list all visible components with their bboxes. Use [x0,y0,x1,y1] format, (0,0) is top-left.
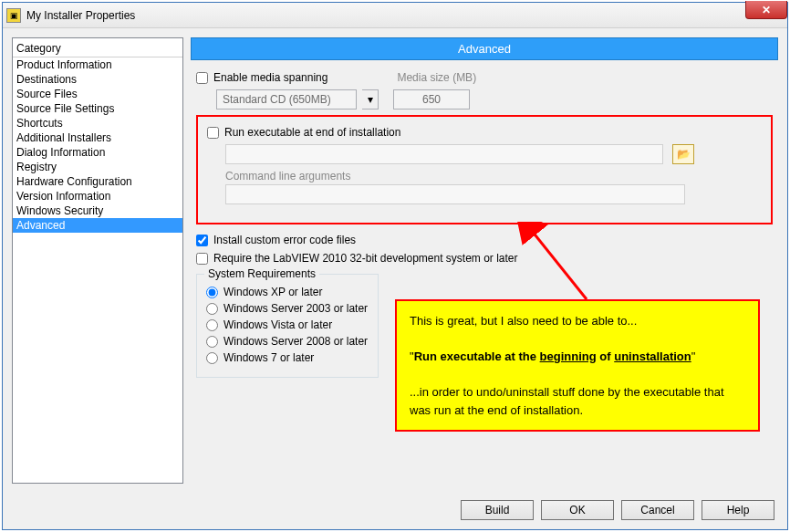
sysreq-label-xp: Windows XP or later [223,286,323,298]
dialog-buttons: Build OK Cancel Help [461,500,774,520]
sysreq-radio-vista[interactable] [206,319,218,331]
run-executable-checkbox[interactable] [207,127,219,139]
sysreq-label-win7: Windows 7 or later [223,351,314,364]
command-line-args-input[interactable] [225,184,685,204]
annotation-quote-a: Run executable at the [414,349,540,363]
sidebar-item-additional-installers[interactable]: Additional Installers [13,130,182,145]
sysreq-label-server2003: Windows Server 2003 or later [223,302,368,315]
chevron-down-icon: ▾ [368,93,373,106]
app-icon: ▣ [6,8,21,23]
annotation-callout: This is great, but I also need to be abl… [395,299,760,432]
system-requirements-fieldset: System Requirements Windows XP or later … [196,274,379,378]
sidebar-item-product-information[interactable]: Product Information [13,57,182,72]
annotation-quote-d: uninstallation [614,349,691,363]
require-labview-checkbox[interactable] [196,253,208,265]
install-error-codes-label: Install custom error code files [213,234,356,246]
run-executable-label: Run executable at end of installation [224,126,400,139]
sysreq-label-vista: Windows Vista or later [223,318,332,331]
media-size-input[interactable] [393,89,470,110]
command-line-args-label: Command line arguments [225,170,762,183]
sidebar-item-source-files[interactable]: Source Files [13,87,182,101]
sidebar-item-source-file-settings[interactable]: Source File Settings [13,101,182,116]
sysreq-radio-server2003[interactable] [206,303,218,315]
run-executable-highlight-box: Run executable at end of installation 📂 … [196,115,773,224]
panel-header: Advanced [191,37,778,60]
dialog-window: ▣ My Installer Properties ✕ Category Pro… [2,2,788,530]
sidebar-item-windows-security[interactable]: Windows Security [13,203,182,218]
annotation-quote-b: beginning [540,349,597,363]
media-size-combo-value: Standard CD (650MB) [223,93,331,106]
sidebar-item-dialog-information[interactable]: Dialog Information [13,145,182,160]
close-button[interactable]: ✕ [745,1,787,19]
window-title: My Installer Properties [26,9,135,22]
media-size-combo[interactable]: Standard CD (650MB) [216,89,357,110]
sysreq-radio-xp[interactable] [206,287,218,298]
annotation-quote: "Run executable at the beginning of unin… [410,348,745,366]
cancel-button[interactable]: Cancel [621,500,694,520]
titlebar: ▣ My Installer Properties ✕ [3,3,787,28]
enable-media-spanning-label: Enable media spanning [213,71,327,84]
category-sidebar: Category Product Information Destination… [12,37,183,484]
media-size-label: Media size (MB) [397,71,476,84]
sidebar-item-registry[interactable]: Registry [13,160,182,174]
sidebar-item-shortcuts[interactable]: Shortcuts [13,116,182,130]
sysreq-label-server2008: Windows Server 2008 or later [223,335,368,348]
sysreq-radio-win7[interactable] [206,352,218,364]
annotation-quote-close: " [691,349,696,363]
sidebar-item-destinations[interactable]: Destinations [13,72,182,87]
sidebar-item-version-information[interactable]: Version Information [13,189,182,203]
annotation-line1: This is great, but I also need to be abl… [410,312,745,330]
annotation-line3: ...in order to undo/uninstall stuff done… [410,383,745,419]
sidebar-item-advanced[interactable]: Advanced [13,218,182,233]
browse-executable-button[interactable]: 📂 [672,144,694,164]
sysreq-radio-server2008[interactable] [206,336,218,348]
help-button[interactable]: Help [702,500,774,520]
annotation-quote-c: of [597,349,615,363]
install-error-codes-checkbox[interactable] [196,235,208,246]
folder-open-icon: 📂 [677,148,691,161]
close-icon: ✕ [762,4,771,16]
sidebar-item-hardware-configuration[interactable]: Hardware Configuration [13,174,182,189]
enable-media-spanning-checkbox[interactable] [196,72,208,84]
executable-path-input[interactable] [225,144,663,164]
build-button[interactable]: Build [461,500,534,520]
system-requirements-legend: System Requirements [204,267,319,280]
media-size-combo-button[interactable]: ▾ [362,89,379,110]
ok-button[interactable]: OK [541,500,614,520]
sidebar-header: Category [13,40,182,57]
require-labview-label: Require the LabVIEW 2010 32-bit developm… [213,252,518,265]
